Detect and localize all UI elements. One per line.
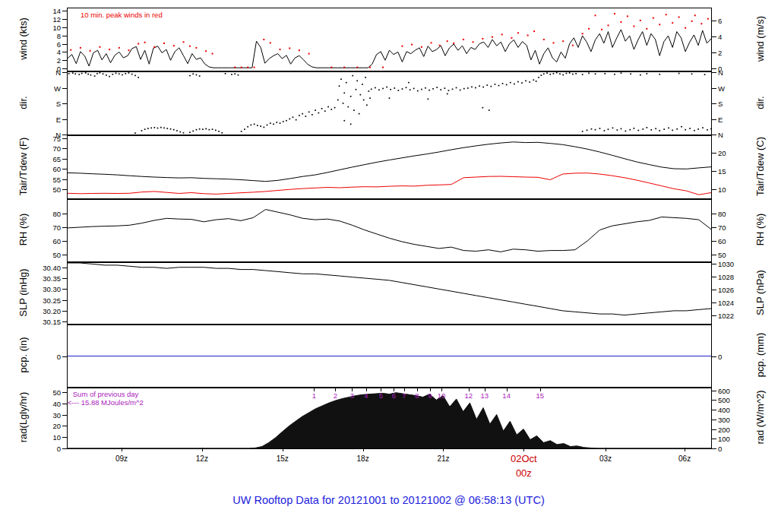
- x-tick-label: 02Oct: [511, 453, 537, 464]
- tick-label-left: 75: [52, 134, 61, 142]
- tick-mark-left: [62, 11, 67, 11]
- tick-mark-right: [712, 214, 716, 214]
- tick-mark-right: [712, 410, 716, 410]
- meteogram-figure: wind (kts) dir. Tair/Tdew (F) RH (%) SLP…: [0, 0, 778, 532]
- tick-label-left: 14: [52, 6, 61, 14]
- tick-label-right: 100: [718, 435, 730, 443]
- x-tick-mark: [363, 448, 364, 451]
- tick-mark-left: [62, 404, 67, 404]
- tick-mark-right: [712, 36, 716, 37]
- tick-mark-right: [712, 315, 716, 316]
- tick-label-right: 50: [718, 251, 726, 259]
- tick-label-right: 80: [718, 210, 726, 218]
- x-tick-mark: [443, 448, 444, 451]
- tick-mark-right: [712, 68, 716, 69]
- rad-sum-number: 5: [379, 391, 383, 400]
- tick-mark-left: [62, 356, 67, 357]
- rad-sum-number: 14: [502, 391, 511, 400]
- tick-label-right: 1024: [718, 298, 734, 306]
- tick-label-left: 30.40: [43, 263, 61, 271]
- rad-sum-number: 12: [464, 391, 473, 400]
- panel-annotation: Sum of previous day: [73, 390, 139, 398]
- tick-mark-left: [62, 88, 67, 89]
- axis-label-dir-right: dir.: [754, 96, 766, 109]
- tick-label-left: 40: [52, 399, 61, 407]
- axis-label-slp-inhg: SLP (inHg): [17, 268, 29, 316]
- rad-sum-number: 10: [438, 391, 446, 400]
- tick-label-right: 4: [718, 32, 722, 40]
- tick-label-left: 8: [57, 31, 61, 40]
- tick-label-right: 400: [718, 406, 730, 414]
- axis-label-wind-ms: wind (m/s): [754, 16, 766, 62]
- panel-radiation: 504030201006005004003002001000Sum of pre…: [67, 388, 712, 449]
- axis-label-pcp-mm: pcp. (mm): [754, 333, 766, 378]
- x-tick-mark: [685, 448, 685, 451]
- tick-label-left: 20: [52, 422, 61, 430]
- tick-label-left: 70: [52, 223, 61, 232]
- rad-sum-number: 3: [350, 391, 354, 400]
- x-tick-mark: [523, 448, 524, 451]
- tick-mark-left: [62, 241, 67, 242]
- rad-sum-number: 13: [481, 391, 489, 400]
- tick-mark-right: [712, 88, 716, 89]
- tick-label-right: 20: [718, 148, 726, 157]
- tick-mark-left: [62, 214, 67, 214]
- rad-sum-number: 1: [312, 391, 316, 400]
- tick-label-right: 300: [718, 415, 730, 423]
- tick-label-left: 10: [52, 433, 61, 442]
- tick-label-left: 65: [52, 154, 61, 163]
- tick-label-right: 6: [718, 16, 722, 24]
- tick-label-left: 70: [52, 144, 61, 153]
- tick-label-left: 0: [57, 445, 61, 453]
- tick-label-right: S: [718, 100, 723, 108]
- axis-label-pcp-in: pcp. (in): [17, 337, 29, 373]
- tick-mark-left: [62, 321, 67, 322]
- axis-label-rad-lgly: rad(Lgly/hr): [17, 392, 29, 442]
- tick-mark-left: [62, 60, 67, 61]
- panel-humidity: 8070605080706050: [67, 199, 712, 262]
- tick-mark-right: [712, 356, 716, 357]
- rad-sum-number: 9: [428, 391, 432, 400]
- tick-mark-left: [62, 278, 67, 279]
- rad-sum-number: 8: [415, 391, 419, 400]
- tick-mark-left: [62, 72, 67, 73]
- tick-mark-left: [62, 169, 67, 169]
- axis-label-rh-right: RH (%): [754, 214, 766, 246]
- tick-label-left: 50: [52, 185, 61, 193]
- tick-mark-left: [62, 311, 67, 312]
- tick-mark-right: [712, 264, 716, 264]
- x-tick-label: 03z: [599, 454, 612, 463]
- tick-mark-left: [62, 138, 67, 139]
- tick-label-left: E: [56, 115, 61, 123]
- tick-mark-left: [62, 159, 67, 160]
- tick-label-right: 0: [718, 352, 722, 360]
- panel-annotation: <--- 15.88 MJoules/m^2: [68, 398, 144, 407]
- axis-label-wind-kts: wind (kts): [17, 17, 29, 60]
- panel-pressure: 30.4030.3530.3030.2530.2030.151030102810…: [67, 262, 712, 325]
- x-tick-mark: [606, 448, 606, 451]
- tick-mark-left: [62, 36, 67, 36]
- tick-mark-right: [712, 302, 716, 303]
- x-tick-label: 18z: [357, 454, 369, 463]
- tick-mark-right: [712, 448, 716, 449]
- tick-mark-right: [712, 21, 716, 21]
- tick-mark-left: [62, 189, 67, 190]
- tick-mark-left: [62, 268, 67, 268]
- tick-label-left: 60: [52, 165, 61, 173]
- tick-mark-left: [62, 27, 67, 28]
- tick-label-right: 10: [718, 185, 726, 193]
- tick-mark-right: [712, 439, 716, 439]
- tick-mark-left: [62, 52, 67, 52]
- tick-label-right: 0: [718, 445, 722, 453]
- tick-mark-right: [712, 103, 716, 104]
- tick-mark-right: [712, 241, 716, 242]
- tick-mark-right: [712, 277, 716, 277]
- tick-label-right: 2: [718, 49, 722, 57]
- tick-mark-right: [712, 227, 716, 228]
- rad-sum-number: 7: [402, 391, 406, 400]
- axis-label-rh-left: RH (%): [17, 214, 29, 246]
- x-tick-label: 09z: [115, 454, 128, 463]
- x-tick-label: 06z: [678, 454, 691, 463]
- tick-label-left: 30: [52, 410, 61, 419]
- tick-label-right: 200: [718, 425, 730, 433]
